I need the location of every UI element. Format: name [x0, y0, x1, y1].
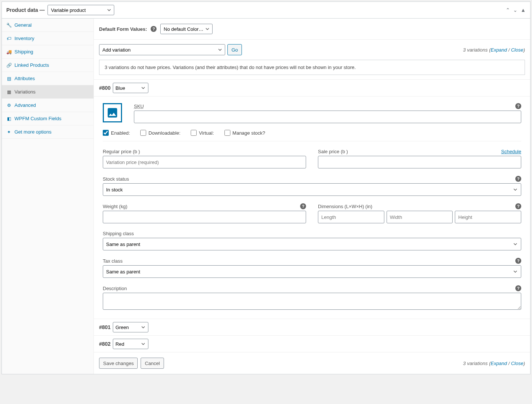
- chevron-up-icon[interactable]: ⌃: [506, 7, 510, 13]
- help-icon[interactable]: [515, 258, 521, 264]
- chevron-down-icon[interactable]: ⌄: [513, 7, 518, 13]
- variation-id: #800: [99, 85, 111, 91]
- tabs-sidebar: 🔧General 🏷Inventory 🚚Shipping 🔗Linked Pr…: [2, 19, 94, 374]
- sku-input[interactable]: [134, 111, 521, 123]
- dimensions-label: Dimensions (L×W×H) (in): [318, 204, 372, 209]
- sale-price-input[interactable]: [318, 156, 521, 168]
- stock-status-select[interactable]: In stock: [103, 183, 521, 196]
- grid-icon: ▦: [6, 89, 12, 95]
- tab-attributes[interactable]: ▤Attributes: [2, 72, 93, 85]
- help-icon[interactable]: [515, 203, 521, 209]
- product-data-panel: Product data — Variable product ⌃ ⌄ ▲ 🔧G…: [1, 1, 531, 374]
- variation-801-header[interactable]: #801 Green: [94, 319, 530, 335]
- price-warning-notice: 3 variations do not have prices. Variati…: [99, 60, 525, 75]
- tab-shipping[interactable]: 🚚Shipping: [2, 45, 93, 59]
- list-icon: ▤: [6, 76, 12, 81]
- tab-advanced[interactable]: ⚙Advanced: [2, 99, 93, 112]
- plus-icon: ✦: [6, 129, 12, 135]
- variation-id: #801: [99, 324, 111, 330]
- enabled-checkbox[interactable]: Enabled:: [103, 130, 130, 136]
- tax-class-label: Tax class: [103, 258, 122, 264]
- link-icon: 🔗: [6, 63, 12, 68]
- width-input[interactable]: [387, 211, 453, 223]
- wrench-icon: 🔧: [6, 23, 12, 28]
- save-changes-button[interactable]: Save changes: [99, 358, 138, 369]
- height-input[interactable]: [455, 211, 521, 223]
- manage-stock-checkbox[interactable]: Manage stock?: [224, 130, 265, 136]
- collapse-triangle-icon[interactable]: ▲: [520, 7, 526, 13]
- tag-icon: 🏷: [6, 36, 12, 41]
- variation-802-header[interactable]: #802 Red: [94, 335, 530, 352]
- shipping-class-select[interactable]: Same as parent: [103, 238, 521, 250]
- sku-label: SKU: [134, 104, 144, 109]
- stock-status-label: Stock status: [103, 176, 129, 182]
- image-icon: [106, 106, 119, 119]
- tab-general[interactable]: 🔧General: [2, 19, 93, 32]
- variations-content: Default Form Values: No default Color… A…: [94, 19, 530, 374]
- cancel-button[interactable]: Cancel: [141, 358, 164, 369]
- help-icon[interactable]: [300, 203, 306, 209]
- variation-800-header[interactable]: #800 Blue: [94, 79, 530, 96]
- downloadable-checkbox[interactable]: Downloadable:: [140, 130, 180, 136]
- tab-linked-products[interactable]: 🔗Linked Products: [2, 59, 93, 72]
- weight-label: Weight (kg): [103, 204, 127, 209]
- cube-icon: ◧: [6, 116, 12, 121]
- close-link[interactable]: Close: [511, 47, 523, 53]
- description-textarea[interactable]: [103, 293, 521, 310]
- virtual-checkbox[interactable]: Virtual:: [191, 130, 214, 136]
- regular-price-label: Regular price (b ): [103, 149, 140, 154]
- expand-link-footer[interactable]: Expand: [490, 361, 507, 366]
- expand-link[interactable]: Expand: [490, 47, 507, 53]
- schedule-link[interactable]: Schedule: [501, 149, 521, 154]
- description-label: Description: [103, 286, 127, 291]
- tab-wpfm-custom-fields[interactable]: ◧WPFM Custom Fields: [2, 112, 93, 125]
- tab-variations[interactable]: ▦Variations: [2, 85, 93, 99]
- variation-801-color-select[interactable]: Green: [113, 322, 148, 332]
- help-icon[interactable]: [515, 176, 521, 182]
- tab-get-more-options[interactable]: ✦Get more options: [2, 125, 93, 139]
- help-icon[interactable]: [515, 103, 521, 109]
- variation-action-select[interactable]: Add variation: [99, 44, 225, 55]
- weight-input[interactable]: [103, 211, 306, 223]
- variation-800-body: SKU Enabled: Downloadable: Virtual: Mana…: [94, 96, 530, 319]
- product-type-select[interactable]: Variable product: [47, 5, 114, 15]
- gear-icon: ⚙: [6, 103, 12, 108]
- variation-count: 3 variations (Expand / Close): [463, 47, 525, 53]
- length-input[interactable]: [318, 211, 384, 223]
- default-color-select[interactable]: No default Color…: [160, 24, 213, 34]
- panel-header: Product data — Variable product ⌃ ⌄ ▲: [2, 2, 530, 19]
- close-link-footer[interactable]: Close: [511, 361, 523, 366]
- shipping-class-label: Shipping class: [103, 231, 134, 236]
- help-icon[interactable]: [515, 285, 521, 291]
- panel-title: Product data —: [6, 7, 45, 13]
- default-form-values-label: Default Form Values:: [99, 26, 147, 32]
- tax-class-select[interactable]: Same as parent: [103, 265, 521, 278]
- variation-count-footer: 3 variations (Expand / Close): [463, 361, 525, 366]
- variation-800-color-select[interactable]: Blue: [113, 83, 148, 93]
- variation-image-upload[interactable]: [103, 103, 122, 122]
- tab-inventory[interactable]: 🏷Inventory: [2, 32, 93, 45]
- sale-price-label: Sale price (b ): [318, 149, 348, 154]
- variation-id: #802: [99, 341, 111, 347]
- truck-icon: 🚚: [6, 49, 12, 55]
- help-icon[interactable]: [151, 26, 157, 32]
- variation-802-color-select[interactable]: Red: [113, 339, 148, 349]
- regular-price-input[interactable]: [103, 156, 306, 168]
- go-button[interactable]: Go: [227, 44, 242, 55]
